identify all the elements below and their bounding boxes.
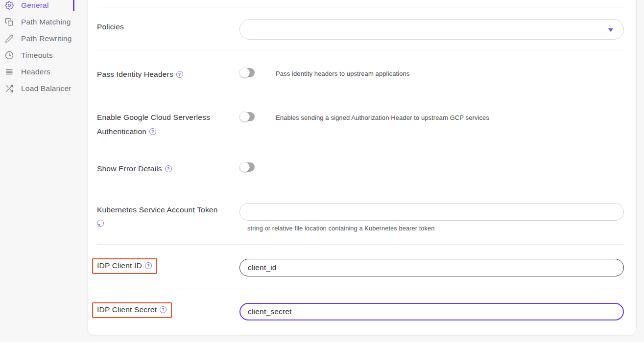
idp-client-id-label: IDP Client ID <box>97 258 239 274</box>
annotation-highlight-box: IDP Client Secret <box>92 302 172 318</box>
sidebar-item-label: Timeouts <box>21 51 53 60</box>
chevron-down-icon <box>608 28 613 32</box>
help-icon[interactable] <box>97 220 104 227</box>
show-error-details-toggle[interactable] <box>239 162 255 172</box>
gcp-serverless-auth-description: Enables sending a signed Authorization H… <box>276 114 489 122</box>
pass-identity-headers-row: Pass Identity Headers Pass identity head… <box>97 68 624 80</box>
sidebar-item-headers[interactable]: Headers <box>0 64 74 80</box>
policies-select[interactable] <box>239 19 624 40</box>
show-error-details-row: Show Error Details <box>97 162 624 174</box>
section-divider <box>97 7 624 7</box>
gcp-serverless-auth-toggle[interactable] <box>239 112 255 121</box>
k8s-service-account-token-helper: string or relative file location contain… <box>247 225 624 231</box>
shuffle-icon <box>5 84 14 93</box>
section-divider <box>97 50 624 50</box>
pencil-icon <box>5 34 14 43</box>
sidebar-item-label: Headers <box>21 68 50 76</box>
help-icon[interactable] <box>145 262 152 269</box>
settings-sidebar: General Path Matching Path Rewriting Tim… <box>0 0 87 97</box>
help-icon[interactable] <box>176 71 183 78</box>
k8s-service-account-token-row: Kubernetes Service Account Token string … <box>97 203 624 231</box>
help-icon[interactable] <box>160 306 167 313</box>
sidebar-item-load-balancer[interactable]: Load Balancer <box>0 80 74 97</box>
gcp-serverless-auth-label: Enable Google Cloud Serverless Authentic… <box>97 110 239 138</box>
pass-identity-headers-description: Pass identity headers to upstream applic… <box>276 69 409 78</box>
clock-icon <box>5 51 14 60</box>
policies-label: Policies <box>97 19 239 32</box>
gcp-serverless-auth-row: Enable Google Cloud Serverless Authentic… <box>97 112 624 138</box>
show-error-details-label: Show Error Details <box>97 162 239 174</box>
idp-client-secret-row: IDP Client Secret <box>97 302 624 320</box>
section-divider <box>97 244 624 245</box>
idp-client-secret-label: IDP Client Secret <box>97 302 239 318</box>
idp-client-id-row: IDP Client ID <box>97 258 624 276</box>
k8s-service-account-token-input[interactable] <box>239 203 624 221</box>
pass-identity-headers-label: Pass Identity Headers <box>97 68 239 80</box>
section-divider <box>97 289 624 289</box>
idp-client-id-input[interactable] <box>239 259 624 276</box>
policies-row: Policies <box>97 19 624 40</box>
sidebar-item-label: Path Matching <box>21 18 71 26</box>
annotation-highlight-box: IDP Client ID <box>92 258 157 274</box>
sidebar-item-path-rewriting[interactable]: Path Rewriting <box>0 30 74 47</box>
active-section-indicator <box>73 0 75 11</box>
help-icon[interactable] <box>149 128 156 135</box>
sidebar-item-label: Load Balancer <box>21 84 72 93</box>
copy-icon <box>5 18 14 26</box>
idp-client-secret-input[interactable] <box>239 303 624 320</box>
help-icon[interactable] <box>165 165 172 172</box>
sidebar-item-path-matching[interactable]: Path Matching <box>0 14 74 30</box>
pass-identity-headers-toggle[interactable] <box>239 68 255 77</box>
sidebar-item-label: General <box>21 1 49 10</box>
sidebar-nav-list: General Path Matching Path Rewriting Tim… <box>0 0 87 97</box>
sidebar-item-timeouts[interactable]: Timeouts <box>0 47 74 64</box>
sidebar-item-general[interactable]: General <box>0 0 74 14</box>
general-settings-panel: Policies Pass Identity Headers Pass iden… <box>87 0 637 336</box>
rows-icon <box>5 68 14 76</box>
sidebar-item-label: Path Rewriting <box>21 34 72 43</box>
gear-icon <box>5 1 14 10</box>
k8s-service-account-token-label: Kubernetes Service Account Token <box>97 203 239 227</box>
